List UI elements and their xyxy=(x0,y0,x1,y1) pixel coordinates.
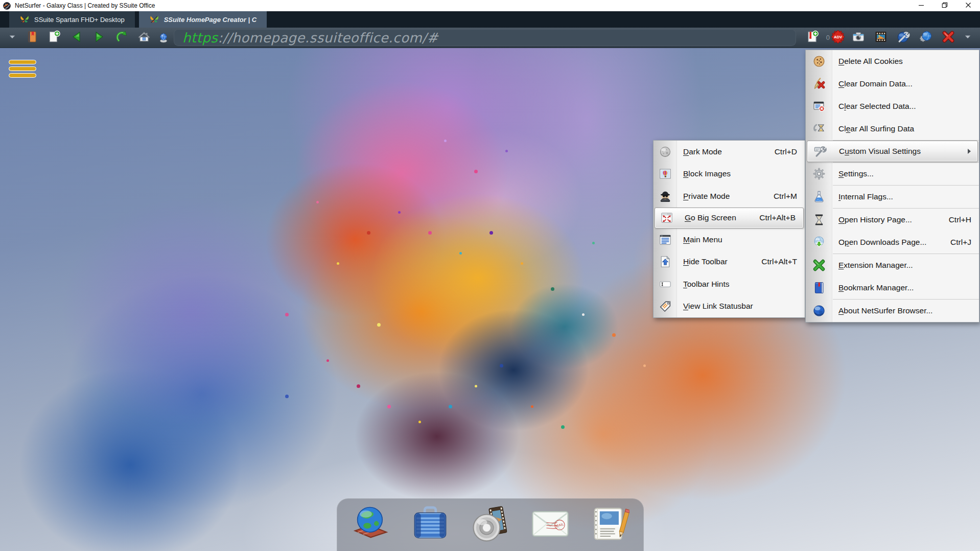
hamburger-menu-button[interactable] xyxy=(9,60,36,80)
site-globe-icon xyxy=(158,29,169,47)
globe-download-icon xyxy=(806,236,832,249)
menu-item-settings[interactable]: Settings... xyxy=(806,163,979,185)
film-icon xyxy=(874,30,888,45)
dock-journal-button[interactable] xyxy=(591,506,629,544)
dock-journal-icon xyxy=(591,504,629,545)
menu-item-internal-flags[interactable]: Internal Flags... xyxy=(806,186,979,208)
address-bar[interactable]: https://homepage.ssuiteoffice.com/# xyxy=(174,29,796,46)
menu-item-go-big-screen[interactable]: Go Big ScreenCtrl+Alt+B xyxy=(655,208,804,229)
page-content: MAIL Dark ModeCtrl+DBlock ImagesPrivate … xyxy=(0,48,980,551)
menu-item-label: About NetSurfer Browser... xyxy=(838,306,932,315)
media-button[interactable] xyxy=(872,29,890,47)
new-tab-button[interactable] xyxy=(45,29,63,47)
image-balloon-icon xyxy=(654,167,677,180)
tab-1[interactable]: SSuite HomePage Creator | C xyxy=(139,11,267,28)
back-button[interactable] xyxy=(68,29,85,47)
close-icon xyxy=(965,1,971,10)
dock-globe-icon xyxy=(351,504,390,545)
menu-item-clear-all-surfing-data[interactable]: Clear All Surfing Data xyxy=(806,118,979,140)
adblock-counter: 0 xyxy=(826,34,830,41)
reload-arrow-icon xyxy=(115,30,128,45)
powder-speckles xyxy=(0,48,2,50)
screenshot-button[interactable] xyxy=(850,29,867,47)
home-button[interactable] xyxy=(135,29,153,47)
menu-item-label: Open History Page... xyxy=(838,215,912,224)
devtools-button[interactable] xyxy=(895,29,912,47)
menu-item-label: Clear Domain Data... xyxy=(838,79,913,88)
butterfly-logo-icon xyxy=(19,14,30,25)
chevron-down-icon xyxy=(963,32,972,43)
menu-item-private-mode[interactable]: Private ModeCtrl+M xyxy=(654,185,805,208)
hamburger-bar xyxy=(9,66,36,71)
butterfly-logo-icon xyxy=(149,14,159,25)
window-title: NetSurfer - Galaxy Class | Created by SS… xyxy=(15,2,155,9)
menu-item-open-downloads-page[interactable]: Open Downloads Page...Ctrl+J xyxy=(806,231,979,254)
menu-item-clear-domain-data[interactable]: Clear Domain Data... xyxy=(806,73,979,95)
menu-item-toolbar-hints[interactable]: Toolbar Hints xyxy=(654,273,805,295)
menu-item-label: Custom Visual Settings xyxy=(839,147,921,156)
launcher-dock: MAIL xyxy=(337,498,644,551)
input-ibeam-icon xyxy=(654,278,677,291)
menu-item-label: Settings... xyxy=(838,169,874,178)
menu-item-label: View Link Statusbar xyxy=(683,302,753,311)
menu-item-label: Main Menu xyxy=(683,235,722,244)
dock-media-button[interactable] xyxy=(472,506,509,544)
menu-window-icon xyxy=(654,233,677,246)
svg-text:ADV: ADV xyxy=(834,35,842,39)
netsurfer-logo-icon xyxy=(3,2,11,10)
exit-button[interactable] xyxy=(940,29,957,47)
menu-item-label: Extension Manager... xyxy=(838,261,913,270)
cookie-icon xyxy=(806,55,832,68)
menu-item-label: Internal Flags... xyxy=(838,192,893,201)
menu-item-extension-manager[interactable]: Extension Manager... xyxy=(806,254,979,277)
menu-item-open-history-page[interactable]: Open History Page...Ctrl+H xyxy=(806,209,979,231)
dock-mail-button[interactable]: MAIL xyxy=(531,506,569,544)
tab-label: SSuite HomePage Creator | C xyxy=(164,16,256,24)
add-bookmark-button[interactable] xyxy=(804,29,821,47)
toolbar: https://homepage.ssuiteoffice.com/# 0ADV xyxy=(0,28,980,48)
menu-item-clear-selected-data[interactable]: Clear Selected Data... xyxy=(806,95,979,118)
menu-item-block-images[interactable]: Block Images xyxy=(654,163,805,186)
hamburger-bar xyxy=(9,60,36,64)
reload-button[interactable] xyxy=(113,29,130,47)
dock-briefcase-icon xyxy=(411,504,450,545)
menu-item-shortcut: Ctrl+J xyxy=(950,238,979,247)
adblock-button[interactable]: 0ADV xyxy=(826,30,845,45)
overflow-chevron[interactable] xyxy=(962,29,973,47)
forward-arrow-icon xyxy=(92,30,106,45)
tab-strip: SSuite Spartan FHD+ DesktopSSuite HomePa… xyxy=(0,11,980,28)
close-button[interactable] xyxy=(956,0,980,11)
menu-item-dark-mode[interactable]: Dark ModeCtrl+D xyxy=(654,141,805,163)
big-screen-icon xyxy=(655,211,679,224)
settings-button[interactable] xyxy=(917,29,935,47)
book-blue-icon xyxy=(806,281,832,294)
menu-item-label: Block Images xyxy=(683,169,731,178)
menu-item-bookmark-manager[interactable]: Bookmark Manager... xyxy=(806,277,979,299)
minimize-button[interactable] xyxy=(909,0,933,11)
bookmarks-button[interactable] xyxy=(23,29,40,47)
menu-item-main-menu[interactable]: Main Menu xyxy=(654,228,805,251)
flask-icon xyxy=(806,190,832,203)
tab-0[interactable]: SSuite Spartan FHD+ Desktop xyxy=(9,11,135,28)
restore-button[interactable] xyxy=(933,0,956,11)
forward-button[interactable] xyxy=(90,29,108,47)
dock-web-button[interactable] xyxy=(352,506,389,544)
dock-speaker-icon xyxy=(471,504,510,545)
menu-item-label: Dark Mode xyxy=(683,147,722,156)
dock-office-button[interactable] xyxy=(411,506,449,544)
menu-item-custom-visual-settings[interactable]: Custom Visual Settings xyxy=(807,141,978,162)
menu-item-label: Hide Toolbar xyxy=(683,257,728,266)
menu-item-label: Delete All Cookies xyxy=(838,57,903,66)
menu-item-about-netsurfer-browser[interactable]: About NetSurfer Browser... xyxy=(806,300,979,322)
toolbar-menu-chevron[interactable] xyxy=(7,29,18,47)
menu-item-hide-toolbar[interactable]: Hide ToolbarCtrl+Alt+T xyxy=(654,251,805,273)
menu-item-label: Go Big Screen xyxy=(685,213,736,222)
menu-item-shortcut: Ctrl+D xyxy=(775,147,805,156)
window-controls xyxy=(909,0,980,11)
menu-item-view-link-statusbar[interactable]: View Link Statusbar xyxy=(654,295,805,318)
add-bookmark-icon xyxy=(806,30,819,45)
menu-item-label: Clear All Surfing Data xyxy=(838,124,914,133)
adv-badge-icon: ADV xyxy=(831,30,845,45)
menu-item-delete-all-cookies[interactable]: Delete All Cookies xyxy=(806,50,979,73)
visual-settings-submenu: Dark ModeCtrl+DBlock ImagesPrivate ModeC… xyxy=(653,140,805,318)
